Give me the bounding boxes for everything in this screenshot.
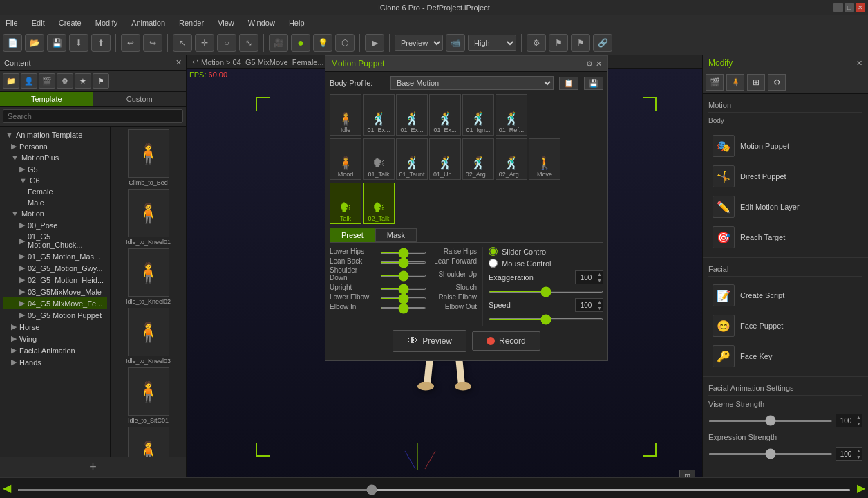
camera-button[interactable]: 🎥 — [269, 34, 288, 52]
tool4[interactable]: 🔗 — [593, 34, 612, 52]
move-button[interactable]: ✛ — [195, 34, 214, 52]
tab-flag[interactable]: ⚑ — [93, 73, 109, 89]
prop-button[interactable]: ⬡ — [335, 34, 355, 52]
direct-puppet-option[interactable]: 🤸 Direct Puppet — [708, 162, 862, 191]
menu-animation[interactable]: Animation — [129, 17, 168, 28]
save-button[interactable]: 💾 — [47, 34, 66, 52]
motion-puppet-option[interactable]: 🎭 Motion Puppet — [708, 131, 862, 160]
tree-hands[interactable]: ▶ Hands — [3, 356, 107, 368]
motion-02talk[interactable]: 🗣 02_Talk — [363, 183, 395, 224]
tree-g6[interactable]: ▼ G6 — [3, 175, 107, 186]
slider-control-radio[interactable]: Slider Control — [489, 247, 603, 256]
custom-button[interactable]: Custom — [93, 92, 187, 106]
motion-01ign[interactable]: 🕺 01_Ign... — [462, 94, 494, 136]
menu-edit[interactable]: Edit — [29, 17, 48, 28]
tree-05motionpuppet[interactable]: ▶ 05_G5 Motion Puppet — [3, 309, 107, 321]
redo-button[interactable]: ↪ — [143, 34, 162, 52]
tree-female[interactable]: Female — [3, 186, 107, 197]
tree-03mixmale[interactable]: ▶ 03_G5MixMove_Male — [3, 286, 107, 297]
mouse-control-radio[interactable]: Mouse Control — [489, 259, 603, 268]
face-key-option[interactable]: 🔑 Face Key — [708, 342, 862, 371]
tree-persona[interactable]: ▶ Persona — [3, 140, 107, 152]
mp-close-button[interactable]: ✕ — [596, 59, 602, 68]
tab-star[interactable]: ★ — [75, 73, 91, 89]
exaggeration-range[interactable] — [489, 290, 603, 293]
content-close-icon[interactable]: ✕ — [176, 58, 182, 67]
tool1[interactable]: ⚙ — [527, 34, 546, 52]
viseme-input[interactable] — [836, 417, 856, 425]
motion-02arg1[interactable]: 🕺 02_Arg... — [462, 138, 494, 180]
tree-04mixfemale[interactable]: ▶ 04_G5 MixMove_Fe... — [3, 297, 107, 309]
mask-tab[interactable]: Mask — [375, 228, 417, 242]
motion-01un[interactable]: 🕺 01_Un... — [429, 138, 461, 180]
tree-02gwy[interactable]: ▶ 02_G5_Motion_Gwy... — [3, 262, 107, 274]
motion-01talk[interactable]: 🗣 01_Talk — [363, 138, 395, 180]
viseme-value[interactable]: ▲ ▼ — [836, 414, 862, 427]
bp-save-button[interactable]: 💾 — [584, 77, 603, 90]
motion-02arg2[interactable]: 🕺 02_Arg... — [496, 138, 527, 180]
tree-motionplus[interactable]: ▼ MotionPlus — [3, 152, 107, 163]
lean-slider[interactable] — [380, 257, 426, 265]
hips-slider[interactable] — [380, 247, 426, 255]
motion-01ex1[interactable]: 🕺 01_Ex... — [363, 94, 395, 136]
expression-value[interactable]: ▲ ▼ — [836, 447, 862, 461]
menu-window[interactable]: Window — [245, 17, 278, 28]
close-button[interactable]: ✕ — [856, 3, 865, 12]
expression-down[interactable]: ▼ — [856, 454, 862, 460]
add-item-button[interactable]: + — [89, 460, 97, 474]
timeline-prev-arrow[interactable]: ◀ — [3, 481, 11, 495]
minimize-button[interactable]: ─ — [833, 3, 843, 12]
shoulder-slider[interactable] — [380, 270, 426, 278]
menu-modify[interactable]: Modify — [93, 17, 120, 28]
tree-facial[interactable]: ▶ Facial Animation — [3, 344, 107, 356]
template-button[interactable]: Template — [0, 92, 93, 106]
menu-file[interactable]: File — [3, 17, 21, 28]
tree-horse[interactable]: ▶ Horse — [3, 321, 107, 333]
expression-input[interactable] — [836, 450, 856, 458]
tree-01g5mas[interactable]: ▶ 01_G5 Motion_Mas... — [3, 250, 107, 262]
exaggeration-spinner[interactable]: ▲ ▼ — [596, 271, 603, 284]
render-button[interactable]: ▶ — [365, 34, 384, 52]
tree-animation-template[interactable]: ▼ Animation Template — [3, 129, 107, 140]
mod-tab-character[interactable]: 🧍 — [726, 74, 744, 91]
speed-spinner[interactable]: ▲ ▼ — [596, 299, 603, 311]
viewport-settings-button[interactable]: ⊞ — [679, 470, 695, 477]
thumb-kneel02[interactable]: 🧍 Idle_to_Kneel02 — [113, 248, 183, 305]
tree-g5[interactable]: ▶ G5 — [3, 163, 107, 175]
open-button[interactable]: 📂 — [25, 34, 44, 52]
thumb-sitc01[interactable]: 🧍 Idle_to_SitC01 — [113, 367, 183, 424]
export-button[interactable]: ⬆ — [91, 34, 111, 52]
expression-range[interactable] — [708, 453, 833, 455]
tree-01g5chuck[interactable]: ▶ 01_G5 Motion_Chuck... — [3, 231, 107, 250]
select-button[interactable]: ↖ — [173, 34, 192, 52]
body-profile-select[interactable]: Base Motion — [390, 76, 554, 90]
maximize-button[interactable]: □ — [845, 3, 854, 12]
quality-select[interactable]: High Medium Low — [468, 35, 516, 51]
thumb-climb-bed[interactable]: 🧍 Climb_to_Bed — [113, 129, 183, 186]
menu-help[interactable]: Help — [286, 17, 308, 28]
scale-button[interactable]: ⤡ — [239, 34, 258, 52]
motion-01taunt[interactable]: 🕺 01_Taunt — [396, 138, 428, 180]
tab-person[interactable]: 👤 — [21, 73, 37, 89]
light-button[interactable]: 💡 — [313, 34, 332, 52]
motion-move[interactable]: 🚶 Move — [529, 138, 560, 180]
tree-motion[interactable]: ▼ Motion — [3, 208, 107, 219]
tool3[interactable]: ⚑ — [571, 34, 590, 52]
reach-target-option[interactable]: 🎯 Reach Target — [708, 223, 862, 252]
tree-male[interactable]: Male — [3, 197, 107, 208]
search-input[interactable] — [3, 109, 183, 123]
menu-render[interactable]: Render — [176, 17, 207, 28]
expression-up[interactable]: ▲ — [856, 448, 862, 454]
green-button[interactable]: ● — [291, 34, 310, 52]
tab-folder[interactable]: 📁 — [3, 73, 19, 89]
import-button[interactable]: ⬇ — [69, 34, 88, 52]
mod-tab-settings[interactable]: ⚙ — [768, 74, 786, 91]
tab-animation[interactable]: 🎬 — [39, 73, 55, 89]
viseme-arrows[interactable]: ▲ ▼ — [856, 414, 862, 427]
bp-copy-button[interactable]: 📋 — [559, 77, 578, 90]
edit-motion-option[interactable]: ✏️ Edit Motion Layer — [708, 192, 862, 221]
speed-value-input[interactable]: ▲ ▼ — [575, 298, 603, 312]
mp-settings-icon[interactable]: ⚙ — [586, 59, 593, 68]
viseme-range[interactable] — [708, 420, 833, 422]
viewport[interactable]: ↩ Motion > 04_G5 MixMove_Female... FPS: … — [187, 55, 702, 477]
